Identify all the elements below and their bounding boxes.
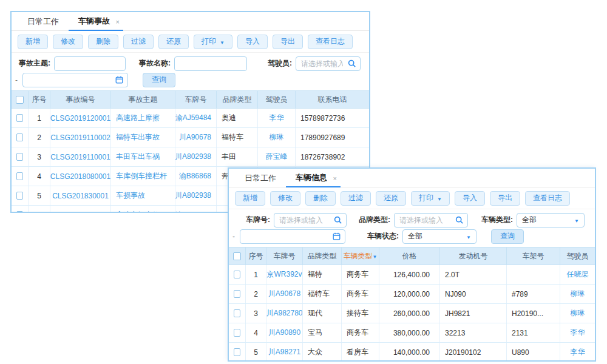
accident-date-input[interactable] (23, 74, 115, 86)
tab-vehicle-accident[interactable]: 车辆事故 (69, 12, 123, 31)
row-checkbox[interactable] (16, 133, 23, 141)
tab-vehicle-info[interactable]: 车辆信息 (286, 169, 341, 187)
modify-button[interactable]: 修改 (270, 191, 300, 206)
cell-plate[interactable]: 川A90678 (175, 128, 217, 147)
cell-accident-subject[interactable]: 车损事故 (111, 186, 175, 205)
row-checkbox[interactable] (234, 290, 240, 298)
cell-plate[interactable]: 川A802938 (175, 147, 217, 166)
cell-plate[interactable]: 渝AJ59484 (175, 109, 217, 127)
search-icon[interactable] (348, 59, 356, 67)
accident-name-input[interactable] (174, 56, 247, 71)
export-button[interactable]: 导出 (490, 191, 520, 206)
accident-subject-input[interactable] (54, 56, 126, 71)
import-button[interactable]: 导入 (237, 35, 268, 49)
cell-accident-subject[interactable]: 车库倒车撞栏杆 (111, 167, 175, 186)
calendar-icon[interactable] (115, 76, 123, 84)
col-header-no[interactable]: 序号 (29, 91, 50, 108)
cell-accident-code[interactable]: CLSG201830001 (50, 186, 111, 205)
cell-accident-code[interactable]: CLSG2019110002 (50, 128, 111, 147)
query-button[interactable]: 查询 (143, 73, 175, 87)
search-icon[interactable] (334, 216, 342, 224)
cell-driver[interactable]: 李华 (258, 109, 296, 127)
row-checkbox[interactable] (16, 172, 23, 180)
print-button[interactable]: 打印 (411, 191, 450, 206)
col-header-price[interactable]: 价格 (379, 248, 440, 265)
cell-driver[interactable]: 柳琳 (560, 304, 595, 323)
row-checkbox[interactable] (234, 309, 240, 317)
select-all-checkbox[interactable] (16, 96, 24, 104)
col-header-frame[interactable]: 车架号 (507, 248, 560, 265)
restore-button[interactable]: 还原 (158, 35, 189, 49)
delete-button[interactable]: 删除 (88, 35, 118, 49)
close-tab-icon[interactable] (333, 169, 337, 187)
cell-accident-code[interactable]: CLSG2018080001 (50, 167, 111, 186)
col-header-engine[interactable]: 发动机号 (440, 248, 507, 265)
view-log-button[interactable]: 查看日志 (308, 35, 353, 49)
cell-accident-code[interactable]: CLSG201820001 (50, 206, 111, 213)
cell-plate[interactable]: 川A90890 (266, 323, 303, 342)
cell-plate[interactable]: 川A802938 (175, 186, 217, 205)
vehicle-status-select[interactable]: 全部 (402, 229, 476, 244)
cell-plate[interactable]: 川A982780 (266, 304, 303, 323)
row-checkbox[interactable] (16, 192, 23, 200)
tab-daily-work[interactable]: 日常工作 (18, 13, 69, 30)
cell-driver[interactable]: 柳琳 (258, 128, 296, 147)
row-checkbox[interactable] (16, 153, 23, 161)
cell-driver[interactable]: 柳琳 (560, 285, 595, 303)
row-checkbox[interactable] (16, 211, 23, 213)
row-checkbox[interactable] (234, 348, 240, 356)
col-header-phone[interactable]: 联系电话 (296, 91, 369, 108)
export-button[interactable]: 导出 (273, 35, 303, 49)
cell-driver[interactable]: 任晓渠 (560, 265, 595, 284)
filter-button[interactable]: 过滤 (123, 35, 154, 49)
col-header-accident-code[interactable]: 事故编号 (50, 91, 111, 108)
row-checkbox[interactable] (234, 329, 240, 337)
row-checkbox[interactable] (234, 271, 240, 278)
add-button[interactable]: 新增 (18, 35, 48, 49)
col-header-driver[interactable]: 驾驶员 (560, 248, 595, 265)
cell-accident-subject[interactable]: 丰田车出车祸 (111, 147, 175, 166)
col-header-brand[interactable]: 品牌类型 (303, 248, 342, 265)
brand-input[interactable] (395, 214, 455, 226)
col-header-driver[interactable]: 驾驶员 (258, 91, 296, 108)
col-header-plate[interactable]: 车牌号 (266, 248, 303, 265)
view-log-button[interactable]: 查看日志 (525, 191, 570, 206)
row-checkbox[interactable] (16, 114, 23, 122)
tab-daily-work[interactable]: 日常工作 (235, 169, 286, 187)
cell-plate[interactable]: 渝B86868 (175, 167, 217, 186)
cell-driver[interactable]: 李华 (560, 323, 595, 342)
select-all-checkbox[interactable] (233, 252, 241, 260)
search-icon[interactable] (455, 216, 463, 224)
vehicle-type-select[interactable]: 全部 (517, 213, 585, 228)
close-tab-icon[interactable] (116, 13, 120, 31)
restore-button[interactable]: 还原 (376, 191, 406, 206)
cell-accident-subject[interactable]: 高速路上摩擦 (111, 109, 175, 127)
plate-input[interactable] (274, 214, 334, 226)
cell-driver[interactable]: 李华 (560, 343, 595, 362)
col-header-accident-subject[interactable]: 事故主题 (111, 91, 175, 108)
import-button[interactable]: 导入 (455, 191, 485, 206)
calendar-icon[interactable] (333, 232, 341, 240)
filter-caret-icon[interactable] (371, 252, 378, 260)
driver-input[interactable] (296, 58, 348, 70)
cell-plate[interactable]: 渝AJ59484 (175, 206, 217, 213)
cell-accident-subject[interactable]: 福特车出事故 (111, 128, 175, 147)
cell-plate[interactable]: 川A90678 (266, 285, 303, 303)
cell-accident-code[interactable]: CLSG2019120001 (50, 109, 111, 127)
add-button[interactable]: 新增 (235, 191, 265, 206)
cell-accident-subject[interactable]: 高速车辆事故 (111, 206, 175, 213)
print-button[interactable]: 打印 (194, 35, 232, 49)
col-header-no[interactable]: 序号 (246, 248, 266, 265)
cell-driver[interactable]: 薛宝峰 (258, 147, 296, 166)
cell-plate[interactable]: 京WR392v (266, 265, 303, 284)
col-header-plate[interactable]: 车牌号 (175, 91, 217, 108)
modify-button[interactable]: 修改 (53, 35, 83, 49)
col-header-brand[interactable]: 品牌类型 (217, 91, 258, 108)
delete-button[interactable]: 删除 (305, 191, 336, 206)
cell-plate[interactable]: 川A98271 (266, 343, 303, 362)
col-header-vehicle-type[interactable]: 车辆类型 (342, 248, 379, 265)
query-button[interactable]: 查询 (491, 229, 524, 244)
cell-accident-code[interactable]: CLSG2019110001 (50, 147, 111, 166)
vehicle-date-input[interactable] (240, 231, 333, 243)
filter-button[interactable]: 过滤 (341, 191, 371, 206)
